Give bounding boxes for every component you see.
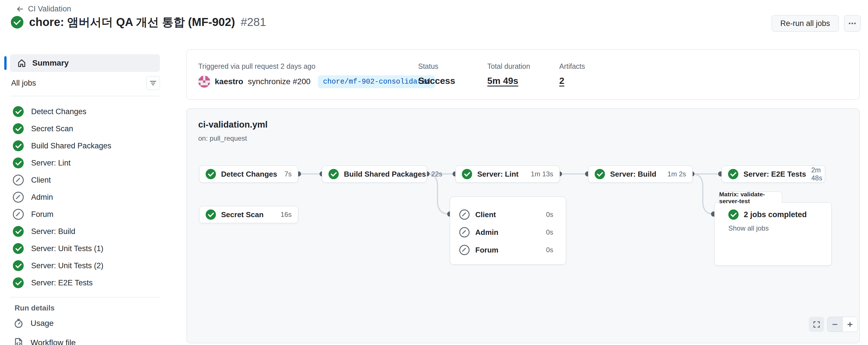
graph-node-admin[interactable]: Admin 0s — [450, 223, 566, 241]
sidebar-job-server-unit-tests-2[interactable]: Server: Unit Tests (2) — [4, 257, 160, 274]
job-label: Forum — [31, 210, 54, 219]
sidebar-job-secret-scan[interactable]: Secret Scan — [4, 120, 160, 137]
sidebar-job-detect-changes[interactable]: Detect Changes — [4, 103, 160, 120]
node-duration: 2m 48s — [811, 166, 822, 182]
header-actions: Re-run all jobs — [771, 15, 861, 32]
show-all-jobs-link[interactable]: Show all jobs — [728, 224, 769, 232]
breadcrumb-label[interactable]: CI Validation — [28, 5, 71, 13]
workflow-run-page: { "header": { "breadcrumb": "CI Validati… — [0, 0, 868, 345]
graph-node-forum[interactable]: Forum 0s — [450, 241, 566, 259]
workflow-file-label: Workflow file — [31, 338, 76, 345]
job-label: Client — [31, 176, 51, 185]
node-label: Forum — [475, 246, 498, 254]
branch-badge[interactable]: chore/mf-902-consolidated — [318, 75, 435, 88]
actor-row: kaestro synchronize #200 chore/mf-902-co… — [198, 75, 435, 89]
graph-node-client[interactable]: Client 0s — [450, 206, 566, 223]
sidebar-item-usage[interactable]: Usage — [4, 315, 160, 332]
usage-label: Usage — [31, 319, 54, 328]
success-icon — [595, 169, 605, 179]
sidebar-item-workflow-file[interactable]: Workflow file — [4, 334, 160, 345]
sidebar-job-server-e2e-tests[interactable]: Server: E2E Tests — [4, 274, 160, 291]
duration-value[interactable]: 5m 49s — [487, 76, 530, 86]
graph-node-server-e2e-tests[interactable]: Server: E2E Tests 2m 48s — [721, 166, 825, 183]
sidebar-job-admin[interactable]: Admin — [4, 188, 160, 206]
sidebar-job-server-lint[interactable]: Server: Lint — [4, 154, 160, 172]
selected-accent-bar — [4, 56, 6, 70]
sidebar-job-forum[interactable]: Forum — [4, 206, 160, 223]
matrix-summary: 2 jobs completed — [744, 210, 807, 219]
skipped-icon — [13, 209, 24, 220]
plus-icon — [846, 321, 854, 328]
success-icon — [728, 169, 738, 179]
sidebar: Summary All jobs Detect Changes Secret S… — [4, 54, 160, 345]
matrix-tab: Matrix: validate-server-test — [719, 192, 782, 203]
event-text: synchronize #200 — [248, 77, 310, 86]
node-duration: 22s — [431, 170, 442, 178]
status-column: Status Success — [418, 62, 455, 86]
sidebar-job-client[interactable]: Client — [4, 172, 160, 188]
node-duration: 0s — [546, 228, 553, 236]
run-details-heading: Run details — [14, 304, 160, 312]
zoom-control — [827, 317, 858, 332]
job-label: Server: Unit Tests (2) — [31, 262, 103, 270]
minus-icon — [831, 321, 839, 328]
matrix-summary-row: 2 jobs completed — [728, 208, 807, 221]
fullscreen-button[interactable] — [809, 317, 824, 332]
filter-icon — [149, 79, 157, 87]
skipped-icon — [13, 175, 24, 185]
graph-node-matrix-validate-server-test[interactable]: 2 jobs completed Show all jobs — [714, 202, 832, 266]
sidebar-job-server-unit-tests-1[interactable]: Server: Unit Tests (1) — [4, 240, 160, 257]
success-icon — [13, 158, 24, 168]
avatar[interactable] — [198, 76, 210, 88]
status-value: Success — [418, 76, 455, 86]
filter-jobs-button[interactable] — [146, 76, 160, 90]
graph-node-detect-changes[interactable]: Detect Changes 7s — [199, 166, 298, 183]
artifacts-column: Artifacts 2 — [559, 62, 585, 86]
node-duration: 0s — [546, 246, 553, 254]
node-duration: 1m 2s — [668, 170, 686, 178]
run-summary-card: Triggered via pull request 2 days ago ka… — [187, 49, 860, 100]
sidebar-item-summary[interactable]: Summary — [10, 54, 160, 72]
kebab-menu-button[interactable] — [844, 15, 861, 32]
success-icon — [13, 260, 24, 271]
graph-node-server-build[interactable]: Server: Build 1m 2s — [588, 166, 693, 183]
status-label: Status — [418, 62, 455, 70]
graph-group-skipped-jobs: Client 0s Admin 0s Forum 0s — [450, 197, 566, 265]
success-icon — [13, 140, 24, 151]
zoom-in-button[interactable] — [843, 317, 858, 332]
breadcrumb[interactable]: CI Validation — [16, 5, 71, 13]
kebab-icon — [848, 19, 857, 28]
graph-node-server-lint[interactable]: Server: Lint 1m 13s — [455, 166, 560, 183]
success-icon — [462, 169, 472, 179]
page-title: chore: 앰버서더 QA 개선 통합 (MF-902) — [29, 14, 235, 30]
job-label: Server: Build — [31, 227, 75, 236]
code-file-icon — [13, 338, 24, 345]
all-jobs-row: All jobs — [10, 76, 160, 90]
job-label: Detect Changes — [31, 107, 87, 116]
node-label: Build Shared Packages — [344, 170, 426, 179]
sidebar-job-server-build[interactable]: Server: Build — [4, 223, 160, 240]
sidebar-divider — [10, 96, 160, 96]
graph-node-secret-scan[interactable]: Secret Scan 16s — [199, 206, 298, 223]
success-icon — [206, 169, 216, 179]
zoom-out-button[interactable] — [828, 317, 843, 332]
node-label: Detect Changes — [221, 170, 277, 179]
node-duration: 1m 13s — [531, 170, 553, 178]
job-label: Server: E2E Tests — [31, 278, 93, 287]
sidebar-job-build-shared-packages[interactable]: Build Shared Packages — [4, 137, 160, 154]
arrow-left-icon — [16, 5, 24, 13]
success-icon — [329, 169, 339, 179]
node-label: Server: Lint — [477, 170, 519, 179]
job-label: Server: Lint — [31, 159, 70, 168]
node-duration: 16s — [280, 211, 291, 218]
actor-name[interactable]: kaestro — [215, 77, 243, 86]
success-icon — [13, 226, 24, 237]
graph-node-build-shared-packages[interactable]: Build Shared Packages 22s — [322, 166, 427, 183]
node-label: Secret Scan — [221, 210, 264, 219]
node-duration: 0s — [546, 211, 553, 218]
node-label: Server: Build — [610, 170, 656, 179]
artifacts-count[interactable]: 2 — [559, 76, 585, 86]
rerun-all-jobs-button[interactable]: Re-run all jobs — [771, 15, 839, 32]
skipped-icon — [459, 245, 470, 255]
node-label: Client — [475, 210, 496, 219]
